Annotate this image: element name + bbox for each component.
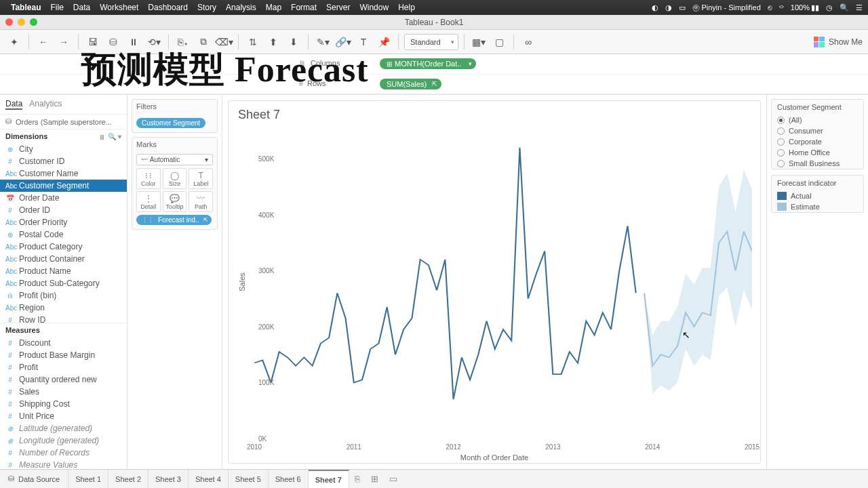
sheet-title[interactable]: Sheet 7	[238, 108, 751, 122]
sheet-tab-3[interactable]: Sheet 3	[149, 470, 189, 488]
field-latitude-generated-[interactable]: ⊕Latitude (generated)	[0, 422, 127, 434]
new-story-button[interactable]: ▭	[384, 474, 403, 484]
sheet-tab-7[interactable]: Sheet 7	[309, 470, 349, 488]
segment-option-consumer[interactable]: Consumer	[772, 125, 863, 136]
marks-color[interactable]: ⫶⫶Color	[136, 168, 161, 189]
field-profit[interactable]: #Profit	[0, 361, 127, 373]
field-product-base-margin[interactable]: #Product Base Margin	[0, 349, 127, 361]
field-shipping-cost[interactable]: #Shipping Cost	[0, 398, 127, 410]
rows-pill-sales[interactable]: SUM(Sales)⇱	[380, 79, 441, 89]
menu-map[interactable]: Map	[266, 3, 281, 12]
close-icon[interactable]	[5, 18, 13, 26]
field-customer-name[interactable]: AbcCustomer Name	[0, 167, 127, 180]
duplicate-button[interactable]: ⧉	[195, 33, 212, 51]
field-order-priority[interactable]: AbcOrder Priority	[0, 216, 127, 228]
segment-option-small-business[interactable]: Small Business	[772, 158, 863, 169]
menu-story[interactable]: Story	[197, 3, 216, 12]
marks-path[interactable]: 〰Path	[189, 191, 213, 212]
status-icon[interactable]: ◐	[652, 3, 658, 12]
menu-dashboard[interactable]: Dashboard	[148, 3, 188, 12]
marks-type-dropdown[interactable]: 〰 Automatic▾	[136, 154, 213, 165]
fit-dropdown[interactable]: Standard	[404, 34, 458, 50]
sheet-tab-1[interactable]: Sheet 1	[68, 470, 108, 488]
labels-button[interactable]: T	[355, 33, 372, 51]
save-button[interactable]: 🖫	[84, 33, 102, 51]
segment-option-home-office[interactable]: Home Office	[772, 147, 863, 158]
field-customer-segment[interactable]: AbcCustomer Segment	[0, 180, 127, 192]
chart-area[interactable]	[254, 131, 752, 439]
marks-label[interactable]: TLabel	[189, 168, 213, 189]
field-profit-bin-[interactable]: ılıProfit (bin)	[0, 289, 127, 302]
pause-button[interactable]: ⏸	[125, 33, 142, 51]
sheet-tab-2[interactable]: Sheet 2	[108, 470, 149, 488]
marks-size[interactable]: ◯Size	[163, 168, 187, 189]
highlight-button[interactable]: ✎▾	[314, 33, 332, 51]
field-row-id[interactable]: #Row ID	[0, 314, 127, 323]
data-tab[interactable]: Data	[5, 99, 22, 110]
forward-button[interactable]: →	[55, 33, 73, 51]
share-button[interactable]: ∞	[519, 33, 537, 51]
menu-analysis[interactable]: Analysis	[226, 3, 256, 12]
menu-worksheet[interactable]: Worksheet	[100, 3, 138, 12]
filter-pill-segment[interactable]: Customer Segment	[136, 118, 205, 128]
menu-file[interactable]: File	[50, 3, 63, 12]
new-dashboard-button[interactable]: ⊞	[366, 474, 384, 484]
input-method[interactable]: ㊥ Pinyin - Simplified	[692, 3, 760, 13]
status-icon[interactable]: ◑	[665, 3, 672, 12]
field-order-id[interactable]: #Order ID	[0, 204, 127, 216]
sheet-tab-5[interactable]: Sheet 5	[229, 470, 269, 488]
field-product-container[interactable]: AbcProduct Container	[0, 253, 127, 265]
menu-icon[interactable]: ☰	[856, 3, 863, 12]
new-sheet-button[interactable]: ⎘	[349, 474, 366, 484]
field-unit-price[interactable]: #Unit Price	[0, 410, 127, 422]
field-region[interactable]: AbcRegion	[0, 302, 127, 314]
sort-desc-button[interactable]: ⬇	[285, 33, 302, 51]
refresh-button[interactable]: ⟲▾	[145, 33, 163, 51]
menu-window[interactable]: Window	[359, 3, 389, 12]
rows-shelf[interactable]: ≡Rows SUM(Sales)⇱	[0, 75, 868, 95]
field-product-category[interactable]: AbcProduct Category	[0, 241, 127, 253]
sort-asc-button[interactable]: ⬆	[264, 33, 282, 51]
columns-shelf[interactable]: ⫼Columns ⊞MONTH(Order Dat..▾	[0, 54, 868, 75]
back-button[interactable]: ←	[35, 33, 52, 51]
menu-help[interactable]: Help	[398, 3, 415, 12]
datasource-tab[interactable]: ⛁Data Source	[0, 470, 68, 488]
minimize-icon[interactable]	[18, 18, 25, 26]
forecast-pill[interactable]: Forecast ind..⇱	[136, 215, 212, 225]
field-order-date[interactable]: 📅Order Date	[0, 192, 127, 204]
clear-button[interactable]: ⌫▾	[215, 33, 233, 51]
battery[interactable]: 100% ▮▮	[791, 3, 819, 12]
view-search-icons[interactable]: ⫼ 🔍 ▾	[99, 133, 121, 140]
spotlight-icon[interactable]: 🔍	[840, 3, 849, 12]
marks-tooltip[interactable]: 💬Tooltip	[163, 191, 187, 212]
legend-actual[interactable]: Actual	[772, 190, 863, 201]
new-worksheet-button[interactable]: ⎘▾	[174, 33, 192, 51]
presentation-button[interactable]: ▢	[490, 33, 508, 51]
field-sales[interactable]: #Sales	[0, 386, 127, 398]
segment-option-corporate[interactable]: Corporate	[772, 136, 863, 147]
clock-icon[interactable]: ◷	[826, 3, 833, 12]
pin-button[interactable]: 📌	[375, 33, 393, 51]
wifi-icon[interactable]: ⌔	[779, 3, 784, 12]
field-number-of-records[interactable]: #Number of Records	[0, 447, 127, 459]
menu-data[interactable]: Data	[73, 3, 90, 12]
menu-server[interactable]: Server	[326, 3, 350, 12]
show-me-button[interactable]: Show Me	[814, 37, 863, 47]
swap-button[interactable]: ⇅	[244, 33, 262, 51]
group-button[interactable]: 🔗▾	[334, 33, 352, 51]
marks-detail[interactable]: ⋮Detail	[136, 191, 161, 212]
tableau-logo-icon[interactable]: ✦	[5, 33, 23, 51]
field-product-name[interactable]: AbcProduct Name	[0, 265, 127, 277]
field-customer-id[interactable]: #Customer ID	[0, 155, 127, 167]
bluetooth-icon[interactable]: ⎋	[768, 3, 772, 12]
maximize-icon[interactable]	[30, 18, 37, 26]
field-postal-code[interactable]: ⊕Postal Code	[0, 228, 127, 241]
field-discount[interactable]: #Discount	[0, 337, 127, 349]
new-datasource-button[interactable]: ⛁	[104, 33, 122, 51]
analytics-tab[interactable]: Analytics	[29, 99, 62, 110]
field-measure-values[interactable]: #Measure Values	[0, 459, 127, 469]
legend-estimate[interactable]: Estimate	[772, 201, 863, 212]
datasource-row[interactable]: ⛁Orders (Sample superstore...	[0, 115, 127, 129]
sheet-tab-4[interactable]: Sheet 4	[189, 470, 229, 488]
menu-format[interactable]: Format	[291, 3, 317, 12]
